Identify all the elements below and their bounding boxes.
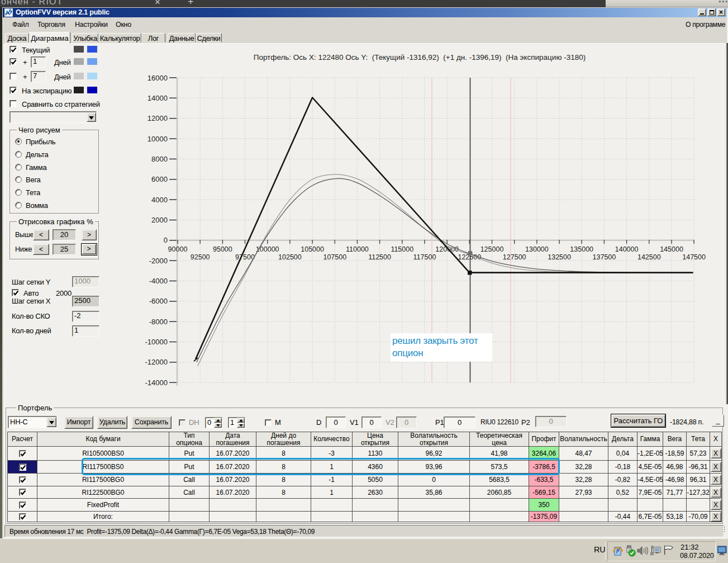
svg-text:97500: 97500 [235,253,255,261]
svg-text:6000: 6000 [151,175,168,183]
svg-text:-10000: -10000 [145,338,168,346]
svg-text:110000: 110000 [346,245,369,253]
svg-text:10000: 10000 [147,135,168,143]
svg-text:-4000: -4000 [149,277,168,285]
svg-text:117500: 117500 [413,253,436,261]
svg-text:-6000: -6000 [149,297,168,305]
svg-text:0: 0 [164,236,168,244]
svg-text:16000: 16000 [147,74,168,82]
svg-text:102500: 102500 [278,253,302,261]
svg-text:107500: 107500 [323,253,346,261]
svg-text:12000: 12000 [147,114,168,122]
svg-text:145000: 145000 [660,245,683,253]
svg-text:137500: 137500 [593,253,616,261]
svg-text:8000: 8000 [151,155,168,163]
svg-text:105000: 105000 [301,245,324,253]
svg-text:92500: 92500 [191,253,210,261]
svg-text:-12000: -12000 [145,358,168,366]
svg-text:125000: 125000 [480,245,504,253]
svg-text:147500: 147500 [682,253,706,261]
svg-text:120000: 120000 [435,245,459,253]
svg-text:90000: 90000 [168,245,188,253]
svg-text:135000: 135000 [570,245,593,253]
svg-text:140000: 140000 [615,245,639,253]
svg-text:115000: 115000 [391,245,413,253]
svg-text:132500: 132500 [548,253,571,261]
svg-text:112500: 112500 [368,253,391,261]
svg-text:127500: 127500 [503,253,526,261]
svg-text:2000: 2000 [151,216,168,224]
svg-text:-14000: -14000 [145,379,168,387]
svg-text:-8000: -8000 [149,318,168,326]
svg-text:4000: 4000 [151,196,168,204]
svg-text:-2000: -2000 [149,257,168,265]
svg-text:14000: 14000 [147,94,168,102]
svg-text:95000: 95000 [213,245,232,253]
svg-text:130000: 130000 [525,245,549,253]
svg-text:142500: 142500 [637,253,661,261]
